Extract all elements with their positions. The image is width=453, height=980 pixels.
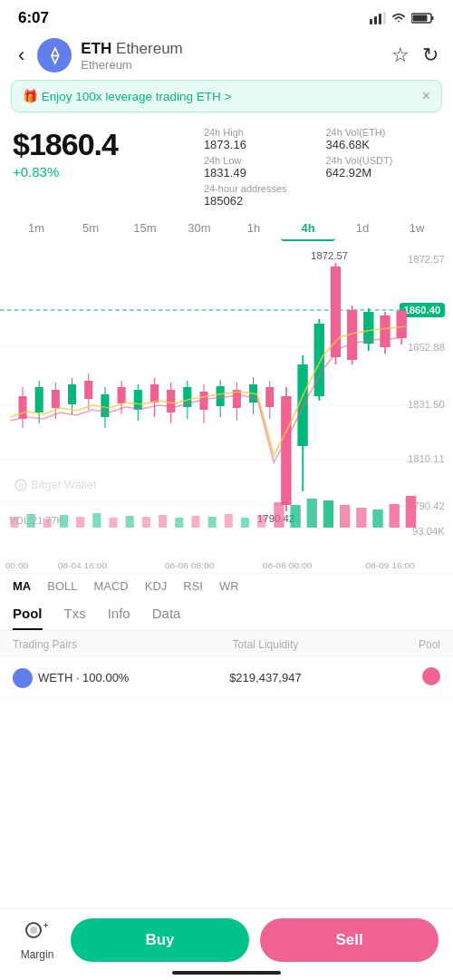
tab-5m[interactable]: 5m (63, 217, 118, 241)
svg-rect-2 (379, 14, 381, 24)
svg-rect-82 (175, 518, 183, 528)
svg-rect-67 (363, 312, 373, 344)
margin-button[interactable]: + Margin (14, 919, 60, 961)
indicator-tab-ma[interactable]: MA (13, 579, 31, 593)
battery-icon (411, 12, 435, 24)
stat-addresses: 24-hour addresses 185062 (204, 183, 319, 208)
margin-label: Margin (21, 948, 54, 961)
tab-1d[interactable]: 1d (335, 217, 390, 241)
svg-rect-27 (52, 390, 60, 408)
price-main: $1860.4 (13, 127, 195, 162)
svg-rect-92 (340, 505, 350, 528)
svg-rect-94 (372, 509, 382, 528)
svg-rect-62 (331, 267, 341, 357)
tab-1m[interactable]: 1m (9, 217, 63, 241)
tab-30m[interactable]: 30m (172, 217, 226, 241)
svg-rect-1 (374, 16, 377, 24)
back-button[interactable]: ‹ (14, 40, 28, 71)
price-stats: 24h High 1873.16 24h Vol(ETH) 346.68K 24… (204, 127, 440, 208)
tab-1h[interactable]: 1h (226, 217, 281, 241)
svg-rect-33 (101, 394, 109, 417)
svg-text:1810.11: 1810.11 (408, 454, 445, 464)
svg-rect-86 (241, 518, 249, 528)
table-row: WETH · 100.00% $219,437,947 (0, 658, 453, 698)
svg-rect-87 (257, 515, 265, 528)
col-trading-pairs: Trading Pairs (13, 638, 169, 651)
svg-rect-95 (390, 504, 400, 528)
svg-rect-84 (208, 517, 217, 528)
svg-rect-89 (290, 505, 300, 528)
svg-rect-0 (370, 19, 372, 24)
indicator-tab-macd[interactable]: MACD (93, 579, 128, 593)
star-icon[interactable]: ☆ (391, 44, 410, 67)
eth-icon: ⟠ (37, 38, 72, 73)
status-bar: 6:07 (0, 0, 453, 33)
indicator-tab-wr[interactable]: WR (219, 579, 239, 593)
tab-15m[interactable]: 15m (118, 217, 172, 241)
tab-data[interactable]: Data (152, 606, 181, 630)
td-pool-val (362, 667, 440, 688)
banner: 🎁 Enjoy 100x leverage trading ETH > × (11, 80, 442, 112)
svg-text:1852.88: 1852.88 (408, 343, 445, 353)
margin-svg-icon: + (24, 919, 50, 941)
stat-24h-vol-usdt: 24h Vol(USDT) 642.92M (325, 155, 440, 180)
header: ‹ ⟠ ETH Ethereum Ethereum ☆ ↻ (0, 33, 453, 80)
svg-rect-5 (431, 16, 434, 20)
price-change: +0.83% (13, 164, 195, 180)
col-total-liquidity: Total Liquidity (169, 638, 363, 651)
svg-rect-31 (84, 381, 92, 399)
stat-24h-high: 24h High 1873.16 (204, 127, 319, 151)
buy-button[interactable]: Buy (71, 918, 249, 962)
indicator-tabs: MA BOLL MACD KDJ RSI WR (0, 573, 453, 598)
banner-text[interactable]: 🎁 Enjoy 100x leverage trading ETH > (23, 89, 232, 103)
svg-rect-47 (217, 386, 225, 406)
svg-rect-35 (118, 387, 126, 403)
svg-rect-69 (380, 315, 390, 347)
svg-text:B: B (18, 481, 24, 490)
svg-rect-60 (314, 324, 324, 396)
svg-rect-83 (191, 516, 199, 528)
svg-point-105 (30, 927, 37, 934)
chart-watermark: B Bitget Wallet (14, 478, 97, 491)
svg-rect-81 (159, 515, 167, 528)
svg-rect-78 (109, 518, 117, 528)
svg-text:1872.57: 1872.57 (311, 251, 348, 261)
vol-label: VOL:21.77K (9, 515, 63, 526)
status-time: 6:07 (18, 9, 49, 27)
refresh-icon[interactable]: ↻ (422, 44, 439, 67)
svg-text:93.04K: 93.04K (412, 527, 446, 537)
svg-rect-76 (76, 517, 84, 528)
tab-info[interactable]: Info (108, 606, 130, 630)
table-header: Trading Pairs Total Liquidity Pool (0, 631, 453, 658)
tab-1w[interactable]: 1w (390, 217, 444, 241)
tab-pool[interactable]: Pool (13, 606, 43, 630)
svg-rect-93 (356, 508, 366, 528)
svg-rect-88 (274, 502, 284, 528)
indicator-tab-rsi[interactable]: RSI (183, 579, 203, 593)
price-left: $1860.4 +0.83% (13, 127, 195, 180)
svg-rect-77 (92, 513, 101, 528)
tab-4h[interactable]: 4h (281, 217, 335, 241)
svg-text:1860.40: 1860.40 (403, 306, 440, 315)
banner-close-button[interactable]: × (422, 88, 430, 104)
svg-text:1872.57: 1872.57 (408, 255, 445, 265)
td-liquidity: $219,437,947 (169, 671, 363, 684)
margin-icon: + (24, 919, 50, 946)
svg-rect-91 (323, 500, 333, 528)
tab-txs[interactable]: Txs (64, 606, 86, 630)
coin-symbol: ETH Ethereum (81, 40, 382, 58)
td-pair: WETH · 100.00% (13, 668, 169, 688)
indicator-tab-kdj[interactable]: KDJ (145, 579, 168, 593)
bottom-bar: + Margin Buy Sell (0, 908, 453, 980)
wifi-icon (390, 12, 407, 24)
svg-text:08-08 00:00: 08-08 00:00 (263, 561, 313, 570)
home-indicator (172, 971, 281, 975)
indicator-tab-boll[interactable]: BOLL (47, 579, 77, 593)
svg-rect-85 (225, 514, 233, 528)
stat-24h-vol-eth: 24h Vol(ETH) 346.68K (325, 127, 440, 151)
sell-button[interactable]: Sell (260, 918, 439, 962)
coin-subtitle: Ethereum (81, 58, 382, 72)
svg-rect-37 (134, 390, 142, 410)
header-actions: ☆ ↻ (391, 44, 439, 67)
candlestick-chart[interactable]: 1872.57 1860.40 1852.88 1831.50 1810.11 … (0, 247, 453, 573)
